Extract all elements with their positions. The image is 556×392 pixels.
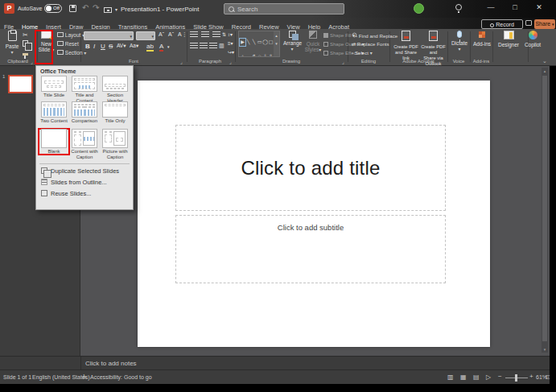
slide-sorter-view-icon[interactable]: ▦ — [460, 373, 467, 381]
reading-view-icon[interactable]: ▤ — [473, 373, 480, 381]
up-arrow-shape-icon[interactable]: ⇧ — [268, 53, 274, 57]
title-placeholder[interactable]: Click to add title — [175, 125, 446, 211]
record-button[interactable]: Record — [481, 19, 523, 29]
text-direction-button[interactable]: ↕▾ — [228, 31, 233, 37]
minimize-button[interactable]: — — [484, 3, 497, 11]
save-button[interactable] — [69, 5, 76, 14]
layout-option-picture-with-caption[interactable]: Picture with Caption — [100, 129, 130, 160]
underline-button[interactable]: U — [101, 43, 105, 50]
numbering-button[interactable] — [201, 31, 209, 39]
zoom-in-icon[interactable]: + — [529, 373, 533, 380]
shape-gallery[interactable]: ▶╲╲▭◯▢ △⌞↱◇⇩⇧ ∿⌒∾{}☆ ▴▾ — [238, 31, 280, 57]
ideas-lightbulb-icon[interactable] — [455, 4, 462, 10]
highlight-color-button[interactable]: ab — [146, 43, 154, 52]
bullets-button[interactable] — [190, 31, 198, 39]
quick-access-customize-button[interactable]: ▾ — [115, 6, 117, 14]
section-button[interactable]: Section ▾ — [57, 50, 86, 56]
strikethrough-button[interactable]: S — [109, 43, 113, 50]
convert-to-smartart-button[interactable]: ↪▾ — [228, 49, 234, 55]
down-arrow-shape-icon[interactable]: ⇩ — [262, 53, 268, 57]
clear-formatting-button[interactable]: A⋮ — [178, 31, 187, 38]
paragraph-dialog-launcher[interactable]: ⌟ — [229, 59, 232, 64]
scroll-down-icon[interactable]: ▾ — [542, 347, 548, 352]
accessibility-status[interactable]: Accessibility: Good to go — [90, 374, 152, 380]
reset-button[interactable]: Reset — [57, 41, 79, 47]
new-slide-button[interactable]: New Slide ▾ — [38, 31, 55, 53]
layout-option-title-slide[interactable]: Title Slide — [39, 76, 69, 98]
shape-fill-button[interactable]: Shape Fill ▾ — [323, 32, 355, 38]
account-avatar[interactable] — [414, 3, 424, 14]
close-button[interactable]: ✕ — [533, 3, 546, 11]
elbow-connector-icon[interactable]: ⌞ — [245, 53, 251, 57]
paste-button[interactable]: Paste▾ — [3, 31, 21, 56]
layout-button[interactable]: Layout ▾ — [57, 32, 84, 38]
italic-button[interactable]: I — [93, 43, 95, 50]
search-input[interactable] — [237, 6, 340, 13]
select-tool-icon[interactable]: ▶ — [240, 39, 245, 46]
increase-font-size-button[interactable]: Aˆ — [159, 31, 164, 37]
menu-item-duplicate-selected-slides[interactable]: Duplicate Selected Slides — [39, 166, 130, 176]
layout-option-comparison[interactable]: Comparison — [69, 101, 100, 124]
align-center-button[interactable] — [200, 43, 208, 51]
layout-option-blank[interactable]: Blank — [39, 129, 69, 155]
zoom-slider-thumb[interactable] — [515, 374, 517, 382]
font-name-combo[interactable]: ▾ — [84, 31, 134, 40]
decrease-indent-button[interactable] — [212, 31, 220, 39]
slide-1-thumbnail[interactable] — [8, 75, 33, 93]
language-indicator[interactable]: English (United States) — [32, 374, 90, 380]
menu-item-reuse-slides[interactable]: Reuse Slides... — [39, 188, 130, 199]
decrease-font-size-button[interactable]: Aˇ — [168, 31, 174, 37]
zoom-out-icon[interactable]: − — [498, 373, 502, 380]
line-spacing-button[interactable]: ⇅ — [222, 31, 226, 37]
character-spacing-button[interactable]: AV▾ — [117, 43, 126, 49]
rectangle-shape-icon[interactable]: ▭ — [257, 39, 262, 46]
align-text-button[interactable]: ≡▾ — [228, 40, 233, 46]
subtitle-placeholder[interactable]: Click to add subtitle — [175, 215, 446, 283]
comments-icon[interactable] — [525, 20, 532, 26]
line-shape-icon[interactable]: ╲ — [245, 39, 251, 46]
slideshow-view-icon[interactable]: ▷ — [486, 373, 491, 381]
share-button[interactable]: Share ▾ — [534, 19, 555, 29]
font-size-combo[interactable]: ▾ — [136, 31, 155, 40]
layout-option-title-only[interactable]: Title Only — [100, 101, 130, 124]
menu-item-slides-from-outline[interactable]: Slides from Outline... — [39, 177, 130, 188]
format-painter-button[interactable] — [23, 51, 28, 56]
scroll-up-icon[interactable]: ▴ — [542, 68, 548, 73]
undo-button[interactable]: ↶ — [82, 3, 89, 12]
font-dialog-launcher[interactable]: ⌟ — [180, 59, 183, 64]
add-ins-button[interactable]: Add-ins — [472, 31, 492, 47]
redo-button[interactable]: ↷ — [93, 3, 99, 12]
designer-button[interactable]: Designer — [496, 31, 521, 47]
collapse-ribbon-chevron-icon[interactable]: ⌄ — [542, 58, 547, 64]
find-and-replace-button[interactable]: Find and Replace — [352, 32, 397, 39]
change-case-button[interactable]: Aa▾ — [130, 43, 138, 49]
arrange-button[interactable]: Arrange▾ — [283, 31, 301, 52]
maximize-button[interactable]: □ — [509, 3, 521, 11]
oval-shape-icon[interactable]: ◯ — [262, 39, 268, 46]
notes-pane[interactable]: Click to add notes — [0, 356, 550, 369]
align-right-button[interactable] — [209, 43, 217, 51]
columns-button[interactable]: ▥ — [219, 43, 224, 49]
drawing-dialog-launcher[interactable]: ⌟ — [342, 59, 344, 64]
start-slideshow-button[interactable] — [104, 6, 112, 14]
cut-button[interactable]: ✂ — [23, 31, 28, 39]
layout-option-section-header[interactable]: Section Header — [100, 76, 130, 104]
font-color-button[interactable]: A — [159, 43, 163, 52]
font-color-dropdown[interactable]: ▾ — [167, 44, 170, 49]
dictate-button[interactable]: Dictate▾ — [450, 31, 469, 52]
replace-fonts-button[interactable]: ⇄ Replace Fonts — [352, 41, 389, 47]
vertical-scrollbar[interactable]: ▴ ▾ — [542, 68, 548, 353]
search-box[interactable] — [224, 3, 344, 14]
autosave-toggle[interactable]: Off — [44, 4, 62, 13]
normal-view-icon[interactable]: ▥ — [447, 373, 454, 381]
slide-canvas[interactable]: Click to add title Click to add subtitle — [138, 80, 490, 347]
curved-arrow-icon[interactable]: ↱ — [251, 53, 257, 57]
clipboard-dialog-launcher[interactable]: ⌟ — [31, 59, 33, 64]
layout-option-title-and-content[interactable]: Title and Content — [69, 76, 100, 104]
scrollbar-thumb[interactable] — [542, 76, 547, 341]
bold-button[interactable]: B — [85, 43, 90, 50]
create-pdf-share-link-button[interactable]: Create PDF and Share link — [393, 31, 418, 61]
shape-gallery-scrollbar[interactable]: ▴▾ — [274, 31, 279, 56]
select-button[interactable]: ▫ Select ▾ — [352, 50, 373, 56]
diamond-shape-icon[interactable]: ◇ — [257, 53, 262, 57]
